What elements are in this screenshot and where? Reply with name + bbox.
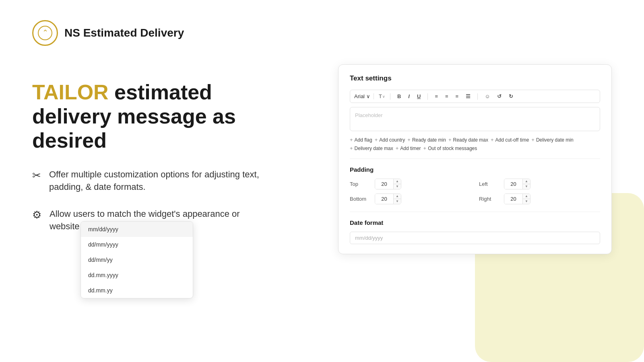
- customization-icon: ✂: [32, 169, 41, 182]
- align-right-button[interactable]: ≡: [454, 93, 461, 100]
- add-timer-btn[interactable]: + Add timer: [396, 145, 421, 151]
- date-format-dropdown[interactable]: mm/dd/yyyy dd/mm/yyyy dd/mm/yy dd.mm.yyy…: [80, 221, 193, 298]
- dropdown-option-4[interactable]: dd.mm.yyyy: [81, 267, 193, 283]
- divider-2: [350, 212, 600, 212]
- settings-card: Text settings Arial ∨ T∨ B I U ≡ ≡ ≡ ☰ ☺…: [338, 64, 612, 254]
- app-title: NS Estimated Delivery: [64, 27, 184, 39]
- padding-top-label: Top: [350, 181, 370, 187]
- toolbar-row: Arial ∨ T∨ B I U ≡ ≡ ≡ ☰ ☺ ↺ ↻: [350, 90, 600, 103]
- padding-right-input[interactable]: ▲ ▼: [504, 193, 530, 204]
- padding-grid: Top ▲ ▼ Left ▲ ▼: [350, 179, 600, 204]
- add-delivery-date-min-btn[interactable]: + Delivery date min: [531, 137, 573, 143]
- padding-left-label: Left: [479, 181, 499, 187]
- padding-top-input[interactable]: ▲ ▼: [375, 179, 401, 189]
- dropdown-option-5[interactable]: dd.mm.yy: [81, 283, 193, 298]
- padding-top-up[interactable]: ▲: [394, 179, 401, 184]
- left-content: TAILOR estimated delivery message as des…: [32, 80, 266, 233]
- headline: TAILOR estimated delivery message as des…: [32, 80, 266, 152]
- add-ready-date-min-btn[interactable]: + Ready date min: [407, 137, 446, 143]
- tags-row-1: + Add flag + Add country + Ready date mi…: [350, 137, 600, 143]
- padding-bottom-up[interactable]: ▲: [394, 194, 401, 199]
- italic-button[interactable]: I: [406, 93, 412, 100]
- padding-top-row: Top ▲ ▼: [350, 179, 471, 189]
- padding-left-input[interactable]: ▲ ▼: [504, 179, 530, 189]
- font-name: Arial: [354, 93, 365, 99]
- headline-highlight: TAILOR: [32, 80, 109, 104]
- dropdown-option-1[interactable]: mm/dd/yyyy: [81, 222, 193, 237]
- padding-bottom-row: Bottom ▲ ▼: [350, 193, 471, 204]
- card-title: Text settings: [350, 74, 600, 82]
- feature-item-1: ✂ Offer multiple customization options f…: [32, 169, 266, 193]
- logo: ⌃: [32, 20, 58, 46]
- text-size-btn[interactable]: T∨: [379, 93, 385, 99]
- redo-button[interactable]: ↻: [507, 93, 515, 100]
- divider-1: [350, 158, 600, 159]
- padding-bottom-down[interactable]: ▼: [394, 199, 401, 204]
- padding-section-title: Padding: [350, 166, 600, 173]
- tags-row-2: + Delivery date max + Add timer + Out of…: [350, 145, 600, 151]
- padding-right-row: Right ▲ ▼: [479, 193, 600, 204]
- add-flag-btn[interactable]: + Add flag: [350, 137, 372, 143]
- add-delivery-date-max-btn[interactable]: + Delivery date max: [350, 145, 393, 151]
- padding-right-down[interactable]: ▼: [523, 199, 530, 204]
- padding-left-down[interactable]: ▼: [523, 184, 530, 189]
- padding-bottom-value[interactable]: [375, 194, 393, 204]
- add-country-btn[interactable]: + Add country: [375, 137, 405, 143]
- toolbar-divider-1: [390, 93, 390, 100]
- padding-left-value[interactable]: [504, 179, 522, 189]
- padding-bottom-input[interactable]: ▲ ▼: [375, 193, 401, 204]
- align-left-button[interactable]: ≡: [433, 93, 440, 100]
- toolbar-divider-2: [427, 93, 428, 100]
- font-selector[interactable]: Arial ∨: [354, 93, 374, 99]
- align-justify-button[interactable]: ☰: [464, 93, 473, 100]
- underline-button[interactable]: U: [415, 93, 423, 100]
- logo-icon: ⌃: [42, 29, 48, 36]
- logo-inner: ⌃: [38, 26, 52, 40]
- design-icon: ⚙: [32, 209, 41, 221]
- feature-text-1: Offer multiple customization options for…: [49, 169, 266, 193]
- align-center-button[interactable]: ≡: [443, 93, 450, 100]
- emoji-button[interactable]: ☺: [483, 93, 492, 100]
- dropdown-option-3[interactable]: dd/mm/yy: [81, 252, 193, 267]
- font-dropdown-icon: ∨: [366, 93, 370, 99]
- toolbar-divider-3: [477, 93, 478, 100]
- date-format-title: Date format: [350, 219, 600, 226]
- undo-button[interactable]: ↺: [495, 93, 504, 100]
- add-cutoff-time-btn[interactable]: + Add cut-off time: [491, 137, 529, 143]
- header: ⌃ NS Estimated Delivery: [32, 20, 184, 46]
- padding-top-value[interactable]: [375, 179, 393, 189]
- date-format-select[interactable]: mm/dd/yyyy dd/mm/yyyy dd/mm/yy dd.mm.yyy…: [350, 232, 600, 244]
- padding-bottom-spinners: ▲ ▼: [393, 194, 401, 204]
- padding-left-spinners: ▲ ▼: [522, 179, 530, 189]
- add-out-of-stock-btn[interactable]: + Out of stock messages: [423, 145, 477, 151]
- dropdown-option-2[interactable]: dd/mm/yyyy: [81, 237, 193, 252]
- padding-top-spinners: ▲ ▼: [393, 179, 401, 189]
- date-format-row: mm/dd/yyyy dd/mm/yyyy dd/mm/yy dd.mm.yyy…: [350, 232, 600, 244]
- padding-left-row: Left ▲ ▼: [479, 179, 600, 189]
- padding-left-up[interactable]: ▲: [523, 179, 530, 184]
- padding-right-value[interactable]: [504, 194, 522, 204]
- padding-right-up[interactable]: ▲: [523, 194, 530, 199]
- bold-button[interactable]: B: [395, 93, 403, 100]
- right-panel: Text settings Arial ∨ T∨ B I U ≡ ≡ ≡ ☰ ☺…: [338, 64, 612, 254]
- text-placeholder: Placeholder: [355, 112, 383, 118]
- padding-right-spinners: ▲ ▼: [522, 194, 530, 204]
- text-editor-area[interactable]: Placeholder: [350, 107, 600, 131]
- padding-right-label: Right: [479, 196, 499, 202]
- padding-top-down[interactable]: ▼: [394, 184, 401, 189]
- padding-bottom-label: Bottom: [350, 196, 370, 202]
- add-ready-date-max-btn[interactable]: + Ready date max: [448, 137, 488, 143]
